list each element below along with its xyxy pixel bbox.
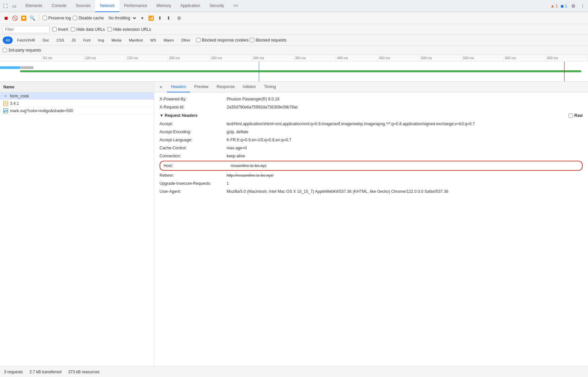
blocked-requests-input[interactable] [250,38,254,42]
tab-performance[interactable]: Performance [119,0,152,12]
tick-13: 650 ms [546,55,588,61]
network-settings-icon[interactable]: ⚙ [176,15,183,21]
timeline-ruler: 50 ms 100 ms 150 ms 200 ms 250 ms 300 ms… [0,55,588,62]
tab-preview[interactable]: Preview [190,82,213,92]
upload-icon[interactable]: ⬆ [157,15,163,21]
devtools-tabs-bar: ⛶ ▭ Elements Console Sources Network Per… [0,0,588,12]
throttle-select[interactable]: No throttling [106,15,137,21]
tab-console[interactable]: Console [47,0,71,12]
tab-security[interactable]: Security [205,0,229,12]
clear-button[interactable]: 🚫 [11,15,18,21]
record-button[interactable]: ⏹ [3,15,9,21]
tick-5: 250 ms [210,55,252,61]
header-upgrade-insecure: Upgrade-Insecure-Requests: 1 [160,179,583,187]
filter-media[interactable]: Media [108,36,124,44]
filter-css[interactable]: CSS [54,36,67,44]
wifi-icon[interactable]: 📶 [148,15,155,21]
throttle-down-icon[interactable]: ▾ [139,15,146,21]
device-icon[interactable]: ▭ [11,3,17,9]
filter-input[interactable] [3,26,50,33]
devtools-right-icons: ▲ 1 ◼ 1 ⚙ ⋮ [550,3,586,9]
request-item-0[interactable]: ≡ form_cook [0,92,154,100]
blocked-cookies-checkbox[interactable]: Blocked response cookies [196,38,248,43]
main-content: Name ≡ form_cook JS 3.4.1 ⇌ mark.svg?col… [0,82,588,366]
timeline-area[interactable]: 50 ms 100 ms 150 ms 200 ms 250 ms 300 ms… [0,55,588,82]
tab-headers[interactable]: Headers [167,82,190,92]
status-bar: 3 requests 2.7 kB transferred 373 kB res… [0,366,588,377]
tab-sources[interactable]: Sources [71,0,95,12]
request-item-1[interactable]: JS 3.4.1 [0,100,154,107]
header-accept-encoding: Accept-Encoding: gzip, deflate [160,128,583,136]
disable-cache-checkbox[interactable]: Disable cache [73,16,104,20]
resources-size: 373 kB resources [68,370,99,374]
filter-all[interactable]: All [3,36,13,44]
more-options-icon[interactable]: ⋮ [579,3,586,9]
type-filter-row: All Fetch/XHR Doc CSS JS Font Img Media … [0,35,588,46]
filter-fetch-xhr[interactable]: Fetch/XHR [14,36,38,44]
tick-11: 550 ms [462,55,504,61]
tab-initiator[interactable]: Initiator [239,82,260,92]
blocked-requests-checkbox[interactable]: Blocked requests [250,38,286,43]
header-connection: Connection: keep-alive [160,152,583,160]
filter-img[interactable]: Img [95,36,107,44]
toolbar-divider-1 [39,15,39,21]
hide-ext-urls-input[interactable] [108,27,112,31]
disable-cache-input[interactable] [73,16,77,20]
preserve-log-input[interactable] [43,16,47,20]
invert-checkbox[interactable]: Invert [52,27,68,32]
hide-ext-urls-checkbox[interactable]: Hide extension URLs [108,27,151,32]
timeline-bar-blue-short [0,66,20,69]
hide-data-urls-checkbox[interactable]: Hide data URLs [71,27,105,32]
filter-font[interactable]: Font [80,36,94,44]
preserve-log-checkbox[interactable]: Preserve log [43,16,71,20]
headers-panel: × Headers Preview Response Initiator Tim… [154,82,588,366]
tick-12: 600 ms [504,55,546,61]
raw-input[interactable] [569,114,573,118]
filter-icon[interactable]: 🔽 [20,15,27,21]
tick-7: 350 ms [294,55,336,61]
request-list: Name ≡ form_cook JS 3.4.1 ⇌ mark.svg?col… [0,82,154,366]
tick-0 [0,55,42,61]
download-icon[interactable]: ⬇ [165,15,172,21]
tab-memory[interactable]: Memory [152,0,176,12]
filter-manifest[interactable]: Manifest [126,36,146,44]
warning-badge[interactable]: ▲ 1 [550,4,558,8]
tab-timing[interactable]: Timing [260,82,280,92]
tab-more[interactable]: >> [229,0,243,12]
tick-2: 100 ms [84,55,126,61]
request-item-2[interactable]: ⇌ mark.svg?color=indigo&shade=500 [0,107,154,115]
filter-other[interactable]: Other [178,36,193,44]
tab-network[interactable]: Network [95,0,119,12]
header-cache-control: Cache-Control: max-age=0 [160,144,583,152]
blocked-cookies-input[interactable] [196,38,200,42]
inspect-icon[interactable]: ⛶ [2,3,9,9]
filter-js[interactable]: JS [68,36,79,44]
settings-icon[interactable]: ⚙ [570,3,577,9]
headers-content: X-Powered-By: Phusion Passenger(R) 6.0.1… [154,92,588,198]
requests-count: 3 requests [4,370,23,374]
raw-checkbox[interactable]: Raw [569,113,583,118]
js-icon: JS [3,101,8,106]
filter-wasm[interactable]: Wasm [161,36,177,44]
close-panel-button[interactable]: × [157,83,165,91]
doc-icon: ≡ [3,94,8,98]
tick-10: 500 ms [420,55,462,61]
devtools-left-icons: ⛶ ▭ [2,3,17,9]
tab-application[interactable]: Application [176,0,205,12]
request-headers-section[interactable]: ▼ Request Headers Raw [160,111,583,120]
third-party-checkbox[interactable]: 3rd-party requests [3,48,41,53]
filter-row: Invert Hide data URLs Hide extension URL… [0,24,588,35]
hide-data-urls-input[interactable] [71,27,75,31]
invert-input[interactable] [52,27,57,31]
header-accept: Accept: text/html,application/xhtml+xml,… [160,120,583,128]
search-icon[interactable]: 🔍 [29,15,36,21]
network-toolbar: ⏹ 🚫 🔽 🔍 Preserve log Disable cache No th… [0,12,588,24]
filter-doc[interactable]: Doc [40,36,52,44]
filter-ws[interactable]: WS [147,36,159,44]
third-party-input[interactable] [3,48,7,52]
tick-9: 450 ms [378,55,420,61]
info-badge[interactable]: ◼ 1 [561,4,567,8]
tick-3: 150 ms [126,55,168,61]
tab-response[interactable]: Response [213,82,239,92]
tab-elements[interactable]: Elements [21,0,47,12]
